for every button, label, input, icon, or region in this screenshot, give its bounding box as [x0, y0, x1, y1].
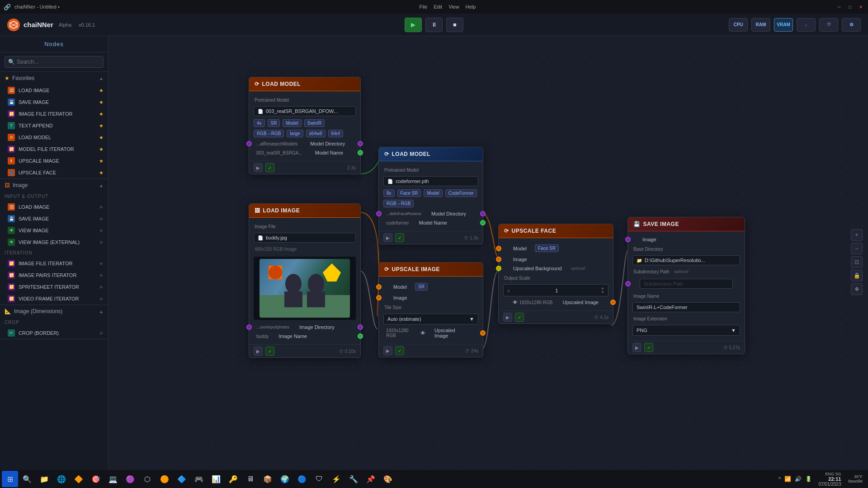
minimize-button[interactable]: ─	[835, 3, 843, 10]
menu-help[interactable]: Help	[466, 4, 476, 9]
spin-up[interactable]: ▲	[601, 286, 604, 290]
zoom-in-button[interactable]: +	[851, 229, 863, 241]
sidebar-item-load-image[interactable]: 🖼 LOAD IMAGE ★	[0, 84, 108, 96]
sidebar-item-text-append[interactable]: T TEXT APPEND ★	[0, 120, 108, 131]
taskbar-app12[interactable]: 🌍	[277, 471, 293, 487]
si-ext-dropdown[interactable]: PNG ▼	[632, 325, 740, 336]
taskbar-browser[interactable]: 🌐	[53, 471, 70, 487]
save-image-fav-star[interactable]: ★	[99, 99, 104, 105]
uf-output-scale-field[interactable]: x 1 ▲ ▼	[503, 284, 609, 296]
taskbar-app17[interactable]: 📌	[363, 471, 379, 487]
zoom-out-button[interactable]: −	[851, 243, 863, 254]
sidebar-item-save-image-2[interactable]: 💾 SAVE IMAGE ★	[0, 213, 108, 225]
model-file-iter-fav-star[interactable]: ★	[99, 146, 104, 152]
tile-size-dropdown[interactable]: Auto (estimate) ▼	[383, 314, 478, 324]
taskbar-search[interactable]: 🔍	[19, 471, 35, 487]
play-btn-li1[interactable]: ▶	[254, 347, 263, 356]
fit-view-button[interactable]: ⊡	[851, 256, 863, 268]
ssi-star[interactable]: ★	[99, 284, 104, 290]
favorites-header[interactable]: ★ Favorites ▲	[0, 72, 108, 84]
load-image-1-node[interactable]: 🖼 LOAD IMAGE Image File 📄 buddy.jpg 480x…	[249, 203, 361, 358]
image-file-iter-fav-star[interactable]: ★	[99, 111, 104, 117]
taskbar-app18[interactable]: 🎨	[380, 471, 396, 487]
taskbar-app9[interactable]: 🔑	[225, 471, 241, 487]
ram-button[interactable]: RAM	[751, 18, 770, 32]
cpu-button[interactable]: CPU	[729, 18, 748, 32]
maximize-button[interactable]: □	[846, 3, 854, 10]
taskbar-app7[interactable]: 🎮	[191, 471, 207, 487]
load-model-2-node[interactable]: ⟳ LOAD MODEL Pretrained Model 📄 codeform…	[378, 147, 483, 244]
sidebar-item-upscale-image[interactable]: ⬆ UPSCALE IMAGE ★	[0, 155, 108, 167]
vi-star[interactable]: ★	[99, 228, 104, 234]
model-file-field[interactable]: 📄 003_realSR_BSRGAN_DFOW...	[254, 106, 356, 116]
taskbar-app13[interactable]: 🔵	[294, 471, 310, 487]
load-model-fav-star[interactable]: ★	[99, 135, 104, 141]
image-section-header[interactable]: 🖼 Image ▲	[0, 179, 108, 192]
taskbar-app16[interactable]: 🔧	[345, 471, 362, 487]
sidebar-item-load-model[interactable]: ⚙ LOAD MODEL ★	[0, 131, 108, 143]
si2-star[interactable]: ★	[99, 216, 104, 222]
upscale-face-fav-star[interactable]: ★	[99, 170, 104, 176]
load-image-fav-star[interactable]: ★	[99, 88, 104, 94]
taskbar-app14[interactable]: 🛡	[311, 471, 327, 487]
play-btn-lm2[interactable]: ▶	[383, 233, 392, 242]
si-img-name-field[interactable]: SwinIR-L+CodeFormer	[632, 302, 740, 312]
taskbar-file-explorer[interactable]: 📁	[36, 471, 52, 487]
sidebar-item-load-image-2[interactable]: 🖼 LOAD IMAGE ★	[0, 201, 108, 213]
play-btn-si[interactable]: ▶	[632, 343, 642, 352]
check-btn-uf[interactable]: ✓	[515, 313, 524, 322]
menu-view[interactable]: View	[448, 4, 459, 9]
ipi-star[interactable]: ★	[99, 272, 104, 278]
menu-edit[interactable]: Edit	[434, 4, 442, 9]
check-btn-ui[interactable]: ✓	[395, 346, 404, 355]
vie-star[interactable]: ★	[99, 239, 104, 245]
check-btn-li1[interactable]: ✓	[265, 347, 274, 356]
play-btn-ui[interactable]: ▶	[383, 346, 392, 355]
sidebar-item-view-image-ext[interactable]: 👁 VIEW IMAGE (EXTERNAL) ★	[0, 236, 108, 248]
search-input[interactable]	[5, 56, 104, 68]
sidebar-item-crop-border[interactable]: ✂ CROP (BORDER) ★	[0, 327, 108, 339]
taskbar-vscode[interactable]: 💻	[105, 471, 121, 487]
sidebar-item-view-image[interactable]: 👁 VIEW IMAGE ★	[0, 225, 108, 236]
save-image-node[interactable]: 💾 SAVE IMAGE Image Base Directory 📁 D:\G…	[627, 217, 745, 354]
close-button[interactable]: ✕	[857, 3, 864, 10]
upscale-face-node[interactable]: ⟳ UPSCALE FACE Model Face SR Image Upsca…	[498, 224, 613, 324]
taskbar-app15[interactable]: ⚡	[328, 471, 344, 487]
taskbar-app8[interactable]: 📊	[208, 471, 224, 487]
taskbar-app3[interactable]: 🟣	[122, 471, 138, 487]
load-model-1-node[interactable]: ⟳ LOAD MODEL Pretrained Model 📄 003_real…	[249, 77, 361, 174]
upscale-image-fav-star[interactable]: ★	[99, 158, 104, 164]
pause-button[interactable]: ⏸	[425, 18, 443, 32]
si-base-dir-field[interactable]: 📁 D:\Github\SuperResolutio...	[632, 255, 740, 265]
taskbar-app5[interactable]: 🟠	[156, 471, 173, 487]
ifi-star[interactable]: ★	[99, 261, 104, 267]
taskbar-app11[interactable]: 📦	[259, 471, 276, 487]
start-button[interactable]: ⊞	[2, 471, 18, 487]
crop-border-star[interactable]: ★	[99, 330, 104, 336]
tray-volume[interactable]: 🔊	[794, 475, 802, 483]
tray-battery[interactable]: 🔋	[804, 475, 813, 483]
spin-down[interactable]: ▼	[601, 291, 604, 294]
sidebar-item-img-file-iter[interactable]: 🔁 IMAGE FILE ITERATOR ★	[0, 258, 108, 269]
image-file-field[interactable]: 📄 buddy.jpg	[254, 233, 356, 243]
image-dims-header[interactable]: 📐 Image (Dimensions) ▲	[0, 305, 108, 318]
menu-file[interactable]: File	[419, 4, 427, 9]
download-button[interactable]: ↓	[797, 18, 816, 32]
sidebar-item-image-file-iter[interactable]: 🔁 IMAGE FILE ITERATOR ★	[0, 108, 108, 120]
si-subdir-field[interactable]: Subdirectory Path	[640, 279, 733, 289]
sidebar-item-video-frame-iter[interactable]: 🔁 VIDEO FRAME ITERATOR ★	[0, 293, 108, 305]
sidebar-item-spritesheet-iter[interactable]: 🔁 SPRITESHEET ITERATOR ★	[0, 281, 108, 293]
extra-button[interactable]: ❖	[851, 283, 863, 295]
lock-button[interactable]: 🔒	[851, 270, 863, 282]
check-btn-1[interactable]: ✓	[265, 163, 274, 172]
vram-button[interactable]: VRAM	[774, 18, 793, 32]
upscale-image-node[interactable]: ⟳ UPSCALE IMAGE Model SR Image Tile Size…	[378, 262, 483, 357]
taskbar-app4[interactable]: ⬡	[139, 471, 156, 487]
taskbar-app2[interactable]: 🎯	[88, 471, 104, 487]
play-btn-uf[interactable]: ▶	[503, 313, 512, 322]
li2-star[interactable]: ★	[99, 204, 104, 210]
tray-icon-1[interactable]: ^	[778, 475, 782, 483]
canvas-area[interactable]: ⟳ LOAD MODEL Pretrained Model 📄 003_real…	[108, 36, 868, 488]
sidebar-item-upscale-face[interactable]: 👤 UPSCALE FACE ★	[0, 167, 108, 178]
sidebar-item-model-file-iter[interactable]: 🔁 MODEL FILE ITERATOR ★	[0, 143, 108, 155]
